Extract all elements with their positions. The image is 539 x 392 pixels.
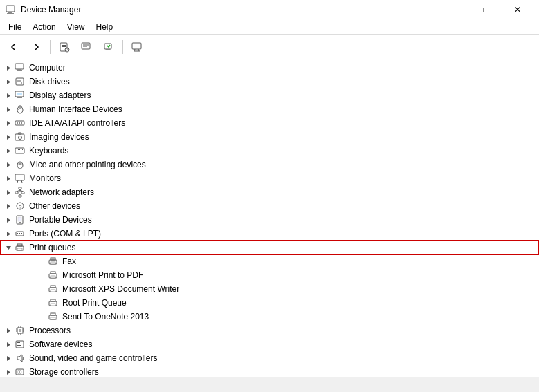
svg-point-43	[19, 136, 22, 140]
expander-processors[interactable]	[3, 325, 14, 336]
tree-item-keyboards[interactable]: Keyboards	[0, 144, 539, 158]
icon-other: ?	[14, 200, 26, 212]
expander-mice[interactable]	[3, 159, 14, 170]
svg-rect-53	[18, 151, 20, 151]
icon-fax	[47, 255, 60, 268]
tree-item-ide-ata[interactable]: IDE ATA/ATAPI controllers	[0, 116, 539, 130]
svg-rect-49	[19, 149, 20, 150]
tree-item-mice[interactable]: Mice and other pointing devices	[0, 158, 539, 171]
scan-icon	[103, 41, 114, 53]
svg-rect-52	[17, 151, 17, 151]
svg-marker-80	[7, 232, 10, 236]
svg-rect-65	[19, 187, 21, 189]
label-display-adapters: Display adapters	[29, 91, 91, 100]
tree-item-processors[interactable]: Processors	[0, 324, 539, 337]
tree-item-print-queues[interactable]: Print queues	[0, 241, 539, 254]
maximize-button[interactable]: □	[470, 0, 502, 19]
icon-ms-xps	[47, 283, 60, 295]
tree-item-network[interactable]: Network adapters	[0, 185, 539, 199]
menu-bar: File Action View Help	[0, 19, 539, 35]
svg-rect-50	[21, 149, 21, 150]
minimize-button[interactable]: —	[438, 0, 470, 19]
tree-item-storage[interactable]: Storage controllers	[0, 365, 539, 377]
label-fax: Fax	[62, 256, 76, 266]
menu-view[interactable]: View	[62, 21, 91, 33]
expander-portable[interactable]	[3, 214, 14, 225]
svg-point-126	[19, 371, 20, 373]
expander-keyboards[interactable]	[3, 145, 14, 156]
monitor-button[interactable]	[127, 37, 147, 57]
tree-item-human-interface[interactable]: Human Interface Devices	[0, 102, 539, 116]
icon-mice	[14, 158, 26, 171]
expander-print-queues[interactable]	[3, 242, 14, 253]
tree-item-sound[interactable]: Sound, video and game controllers	[0, 351, 539, 365]
svg-rect-20	[15, 64, 24, 69]
tree-item-display-adapters[interactable]: Display adapters	[0, 88, 539, 102]
svg-rect-22	[17, 70, 22, 71]
monitor-icon	[131, 41, 143, 53]
tree-item-ports[interactable]: Ports (COM & LPT)	[0, 227, 539, 241]
tree-item-other[interactable]: ?Other devices	[0, 199, 539, 213]
tree-item-send-onenote[interactable]: Send To OneNote 2013	[0, 310, 539, 324]
forward-button[interactable]	[26, 37, 46, 57]
expander-sound[interactable]	[3, 353, 14, 364]
svg-rect-118	[17, 342, 20, 343]
close-button[interactable]: ✕	[502, 0, 533, 19]
expander-ide-ata[interactable]	[3, 118, 14, 129]
svg-rect-61	[15, 174, 24, 180]
expander-computer[interactable]	[3, 62, 14, 73]
svg-marker-64	[7, 190, 10, 195]
icon-sound	[14, 352, 26, 364]
expander-storage[interactable]	[3, 366, 14, 377]
menu-file[interactable]: File	[3, 21, 27, 33]
expander-imaging[interactable]	[3, 131, 14, 142]
tree-item-disk-drives[interactable]: Disk drives	[0, 75, 539, 88]
update-driver-button[interactable]	[77, 37, 96, 57]
icon-monitors	[14, 172, 26, 185]
svg-rect-87	[17, 244, 22, 246]
icon-human-interface	[14, 103, 26, 115]
scan-button[interactable]	[99, 37, 118, 57]
svg-rect-120	[17, 345, 21, 346]
expander-other[interactable]	[3, 200, 14, 212]
svg-rect-48	[18, 149, 19, 150]
expander-human-interface[interactable]	[3, 104, 14, 115]
svg-rect-0	[6, 6, 15, 12]
tree-item-portable[interactable]: Portable Devices	[0, 213, 539, 227]
tree-item-ms-xps[interactable]: Microsoft XPS Document Writer	[0, 282, 539, 296]
label-mice: Mice and other pointing devices	[29, 160, 146, 169]
expander-software[interactable]	[3, 339, 14, 350]
back-icon	[8, 41, 19, 53]
svg-rect-4	[62, 45, 66, 46]
expander-ports[interactable]	[3, 228, 14, 239]
svg-point-26	[21, 82, 22, 84]
svg-rect-1	[8, 12, 12, 13]
tree-item-imaging[interactable]: Imaging devices	[0, 130, 539, 144]
menu-help[interactable]: Help	[91, 21, 119, 33]
tree-item-ms-pdf[interactable]: Microsoft Print to PDF	[0, 268, 539, 282]
expander-monitors[interactable]	[3, 173, 14, 184]
tree-panel[interactable]: ComputerDisk drivesDisplay adaptersHuman…	[0, 59, 539, 377]
icon-imaging	[14, 131, 26, 143]
svg-marker-123	[7, 370, 10, 375]
properties-button[interactable]: ?	[55, 37, 74, 57]
label-root-print: Root Print Queue	[62, 298, 127, 308]
tree-item-software[interactable]: Software devices	[0, 337, 539, 351]
tree-item-root-print[interactable]: Root Print Queue	[0, 296, 539, 310]
back-button[interactable]	[4, 37, 24, 57]
tree-item-monitors[interactable]: Monitors	[0, 171, 539, 185]
svg-rect-15	[132, 43, 141, 49]
svg-rect-91	[51, 258, 55, 260]
label-ports: Ports (COM & LPT)	[29, 229, 101, 239]
tree-item-fax[interactable]: Fax	[0, 254, 539, 268]
expander-display-adapters[interactable]	[3, 90, 14, 101]
expander-network[interactable]	[3, 187, 14, 198]
tree-item-computer[interactable]: Computer	[0, 61, 539, 75]
svg-rect-94	[51, 272, 55, 274]
expander-disk-drives[interactable]	[3, 76, 14, 87]
svg-rect-29	[17, 97, 21, 97]
svg-line-70	[17, 190, 20, 192]
svg-rect-38	[17, 122, 18, 124]
icon-portable	[14, 214, 26, 226]
menu-action[interactable]: Action	[27, 21, 61, 33]
